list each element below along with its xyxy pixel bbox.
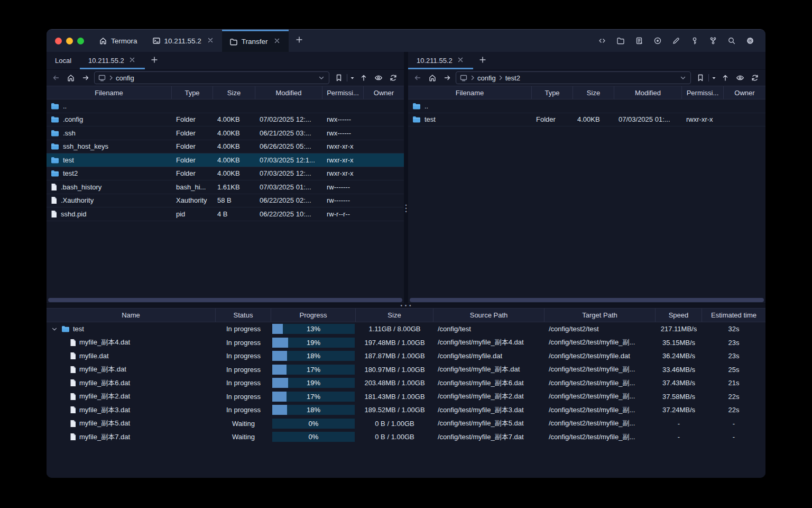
- file-row[interactable]: ..: [408, 99, 765, 113]
- back-button[interactable]: [50, 72, 62, 84]
- cell-filename: sshd.pid: [47, 207, 172, 221]
- show-hidden-files-icon[interactable]: [734, 72, 746, 84]
- refresh-icon[interactable]: [749, 72, 761, 84]
- file-row[interactable]: test Folder 4.00KB 07/03/2025 12:1... rw…: [47, 153, 404, 167]
- transfer-row[interactable]: myfile_副本6.dat In progress 19% 203.48MB …: [47, 376, 765, 390]
- branch-icon[interactable]: [706, 34, 720, 48]
- minimize-window-button[interactable]: [66, 38, 73, 44]
- column-header[interactable]: Owner: [364, 86, 404, 99]
- file-row[interactable]: .Xauthority Xauthority 58 B 06/22/2025 0…: [47, 194, 404, 208]
- file-row[interactable]: .bash_history bash_hi... 1.61KB 07/03/20…: [47, 180, 404, 194]
- column-header[interactable]: Modified: [614, 86, 682, 99]
- code-icon[interactable]: [595, 34, 609, 48]
- home-button[interactable]: [426, 72, 439, 84]
- file-row[interactable]: .config Folder 4.00KB 07/02/2025 12:... …: [47, 113, 404, 127]
- search-icon[interactable]: [725, 34, 739, 48]
- column-header[interactable]: Type: [532, 86, 573, 99]
- tab-transfer[interactable]: Transfer: [222, 30, 289, 52]
- path-segment[interactable]: config: [116, 74, 134, 82]
- bookmark-dropdown-icon[interactable]: [710, 72, 717, 84]
- transfer-splitter[interactable]: • • •: [47, 303, 765, 309]
- tab-host-session[interactable]: 10.211.55.2: [145, 30, 222, 52]
- column-header[interactable]: Size: [356, 309, 433, 322]
- cell-size: 4.00KB: [213, 126, 255, 140]
- new-tab-button[interactable]: [289, 30, 310, 52]
- transfer-row[interactable]: myfile_副本5.dat Waiting 0% 0 B / 1.00GB /…: [47, 417, 765, 431]
- home-icon: [99, 37, 107, 45]
- file-row[interactable]: test Folder 4.00KB 07/03/2025 01:... rwx…: [408, 113, 765, 127]
- column-header[interactable]: Size: [213, 86, 255, 99]
- record-icon[interactable]: [651, 34, 665, 48]
- bookmark-icon[interactable]: [333, 72, 345, 84]
- path-field[interactable]: config: [94, 71, 329, 84]
- pane-new-tab-button[interactable]: [473, 52, 492, 69]
- key-icon[interactable]: [688, 34, 702, 48]
- column-header[interactable]: Modified: [255, 86, 322, 99]
- settings-icon[interactable]: [743, 34, 757, 48]
- path-field[interactable]: configtest2: [456, 71, 691, 84]
- close-window-button[interactable]: [55, 38, 62, 44]
- tab-termora[interactable]: Termora: [91, 30, 145, 52]
- column-header[interactable]: Estimated time: [702, 309, 765, 322]
- home-button[interactable]: [64, 72, 77, 84]
- folder-outline-icon[interactable]: [614, 34, 628, 48]
- column-header[interactable]: Speed: [656, 309, 702, 322]
- column-header[interactable]: Permissi...: [322, 86, 364, 99]
- close-icon[interactable]: [273, 37, 281, 47]
- pane-splitter[interactable]: •••: [404, 52, 408, 303]
- file-row[interactable]: test2 Folder 4.00KB 07/03/2025 12:... rw…: [47, 167, 404, 181]
- horizontal-scrollbar[interactable]: [47, 297, 404, 303]
- column-header[interactable]: Filename: [47, 86, 172, 99]
- close-icon[interactable]: [128, 56, 136, 66]
- forward-button[interactable]: [441, 72, 454, 84]
- column-header[interactable]: Type: [172, 86, 213, 99]
- show-hidden-files-icon[interactable]: [372, 72, 385, 84]
- cell-source-path: /config/test/myfile_副本2.dat: [433, 390, 545, 404]
- file-row[interactable]: ..: [47, 99, 404, 113]
- path-segment[interactable]: config: [477, 74, 496, 82]
- parent-directory-button[interactable]: [719, 72, 732, 84]
- cell-estimated-time: 22s: [702, 403, 765, 417]
- pane-tab-local[interactable]: Local: [47, 52, 80, 69]
- pane-new-tab-button[interactable]: [145, 52, 164, 69]
- transfer-row[interactable]: myfile_副本3.dat In progress 18% 189.52MB …: [47, 403, 765, 417]
- column-header[interactable]: Progress: [271, 309, 356, 322]
- close-icon[interactable]: [456, 56, 465, 66]
- file-row[interactable]: ssh_host_keys Folder 4.00KB 06/26/2025 0…: [47, 140, 404, 154]
- chevron-down-icon[interactable]: [51, 325, 58, 333]
- chevron-down-icon[interactable]: [679, 74, 687, 82]
- refresh-icon[interactable]: [387, 72, 400, 84]
- column-header[interactable]: Name: [47, 309, 216, 322]
- pane-tab-remote[interactable]: 10.211.55.2: [80, 52, 145, 69]
- column-header[interactable]: Permissi...: [682, 86, 724, 99]
- parent-directory-button[interactable]: [357, 72, 370, 84]
- folder-icon: [51, 169, 59, 177]
- file-row[interactable]: .ssh Folder 4.00KB 06/21/2025 03:... rwx…: [47, 126, 404, 140]
- transfer-row[interactable]: myfile.dat In progress 18% 187.87MB / 1.…: [47, 349, 765, 363]
- pane-tab-remote[interactable]: 10.211.55.2: [408, 52, 473, 69]
- zoom-window-button[interactable]: [77, 38, 84, 44]
- edit-icon[interactable]: [669, 34, 683, 48]
- horizontal-scrollbar[interactable]: [408, 297, 765, 303]
- transfer-row[interactable]: test In progress 13% 1.11GB / 8.00GB /co…: [47, 322, 765, 336]
- bookmark-icon[interactable]: [694, 72, 707, 84]
- column-header[interactable]: Target Path: [545, 309, 656, 322]
- folder-icon: [412, 102, 421, 110]
- close-icon[interactable]: [206, 36, 215, 46]
- back-button[interactable]: [411, 72, 424, 84]
- path-segment[interactable]: test2: [505, 74, 520, 82]
- column-header[interactable]: Size: [573, 86, 614, 99]
- transfer-row[interactable]: myfile_副本.dat In progress 17% 180.97MB /…: [47, 363, 765, 377]
- chevron-down-icon[interactable]: [317, 74, 326, 82]
- column-header[interactable]: Owner: [724, 86, 765, 99]
- bookmark-dropdown-icon[interactable]: [349, 72, 355, 84]
- column-header[interactable]: Filename: [408, 86, 532, 99]
- forward-button[interactable]: [79, 72, 92, 84]
- log-icon[interactable]: [632, 34, 646, 48]
- transfer-row[interactable]: myfile_副本4.dat In progress 19% 197.48MB …: [47, 336, 765, 350]
- transfer-row[interactable]: myfile_副本2.dat In progress 17% 181.43MB …: [47, 390, 765, 404]
- column-header[interactable]: Source Path: [433, 309, 545, 322]
- column-header[interactable]: Status: [216, 309, 271, 322]
- transfer-row[interactable]: myfile_副本7.dat Waiting 0% 0 B / 1.00GB /…: [47, 430, 765, 444]
- file-row[interactable]: sshd.pid pid 4 B 06/22/2025 10:... rw-r-…: [47, 207, 404, 221]
